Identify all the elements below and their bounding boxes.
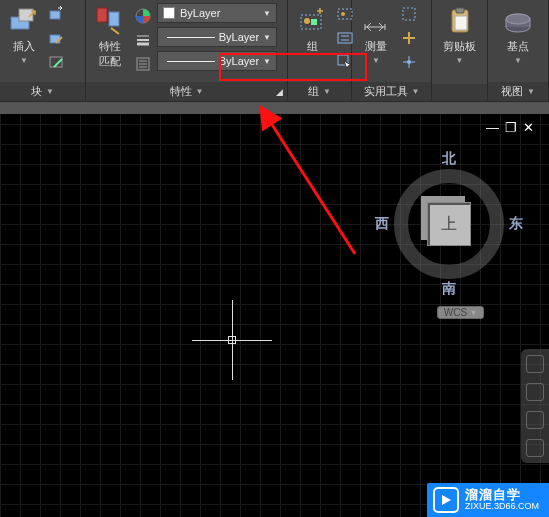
svg-rect-20: [455, 16, 467, 30]
watermark-title: 溜溜自学: [465, 488, 539, 502]
viewport-window-controls: — ❐ ✕: [486, 120, 534, 135]
select-button[interactable]: [398, 3, 420, 25]
play-icon: [433, 487, 459, 513]
list-icon[interactable]: [132, 53, 154, 75]
edit-block-button[interactable]: [46, 27, 68, 49]
insert-button[interactable]: 插入 ▼: [5, 3, 43, 67]
measure-icon: [360, 5, 392, 37]
view-cube[interactable]: 北 南 东 西 上: [379, 154, 519, 294]
crosshair-cursor: [232, 340, 233, 341]
compass-west[interactable]: 西: [375, 215, 389, 233]
chevron-down-icon: ▼: [412, 87, 420, 96]
document-tab-bar: [0, 102, 549, 114]
lineweight-preview: [167, 37, 215, 38]
edit-attr-button[interactable]: [46, 51, 68, 73]
base-icon: [502, 5, 534, 37]
insert-label: 插入: [13, 39, 35, 54]
chevron-down-icon: ▼: [470, 309, 477, 316]
panel-clipboard: 剪贴板 ▼: [432, 0, 488, 101]
chevron-down-icon: ▼: [263, 33, 271, 42]
compass-south[interactable]: 南: [442, 280, 456, 298]
quickcalc-button[interactable]: [398, 27, 420, 49]
lineweight-dropdown[interactable]: ByLayer ▼: [157, 27, 277, 47]
orbit-button[interactable]: [526, 439, 544, 457]
linetype-dropdown[interactable]: ByLayer ▼: [157, 51, 277, 71]
dialog-launcher-icon[interactable]: ◢: [276, 87, 283, 97]
svg-rect-14: [338, 33, 352, 43]
svg-point-13: [341, 12, 345, 16]
chevron-down-icon: ▼: [20, 56, 28, 65]
panel-properties: 特性 匹配 ByLayer ▼ ByLayer ▼: [86, 0, 288, 101]
svg-point-10: [304, 18, 310, 24]
color-dropdown[interactable]: ByLayer ▼: [157, 3, 277, 23]
match-props-label: 特性 匹配: [99, 39, 121, 69]
create-block-button[interactable]: [46, 3, 68, 25]
clipboard-button[interactable]: 剪贴板 ▼: [440, 3, 479, 67]
group-label: 组: [307, 39, 318, 54]
panel-block: 插入 ▼ 块▼: [0, 0, 86, 101]
chevron-down-icon: ▼: [527, 87, 535, 96]
svg-rect-16: [403, 8, 415, 20]
insert-icon: [8, 5, 40, 37]
clipboard-label: 剪贴板: [443, 39, 476, 54]
chevron-down-icon: ▼: [372, 56, 380, 65]
restore-button[interactable]: ❐: [505, 120, 517, 135]
svg-rect-11: [311, 19, 317, 25]
nav-wheel-button[interactable]: [526, 355, 544, 373]
panel-utilities: 测量 ▼ 实用工具▼: [352, 0, 432, 101]
base-button[interactable]: 基点 ▼: [499, 3, 537, 67]
chevron-down-icon: ▼: [263, 9, 271, 18]
compass-north[interactable]: 北: [442, 150, 456, 168]
svg-rect-2: [50, 11, 60, 19]
watermark-logo: 溜溜自学 ZIXUE.3D66.COM: [427, 483, 549, 517]
panel-title-view[interactable]: 视图▼: [488, 82, 548, 101]
minimize-button[interactable]: —: [486, 120, 499, 135]
chevron-down-icon: ▼: [46, 87, 54, 96]
panel-group: 组 组▼: [288, 0, 352, 101]
panel-title-utilities[interactable]: 实用工具▼: [352, 82, 431, 101]
match-properties-button[interactable]: 特性 匹配: [91, 3, 129, 71]
clipboard-icon: [444, 5, 476, 37]
chevron-down-icon: ▼: [456, 56, 464, 65]
panel-title-clipboard: [432, 84, 487, 101]
color-swatch: [163, 7, 175, 19]
navigation-bar: [521, 349, 549, 463]
panel-title-group[interactable]: 组▼: [288, 82, 351, 101]
point-button[interactable]: [398, 51, 420, 73]
drawing-canvas[interactable]: — ❐ ✕ 北 南 东 西 上 WCS ▼ 溜溜自学 ZIXUE.3D66.CO…: [0, 114, 549, 517]
group-icon: [296, 5, 328, 37]
svg-point-22: [506, 14, 530, 24]
svg-rect-19: [456, 8, 464, 13]
chevron-down-icon: ▼: [196, 87, 204, 96]
chevron-down-icon: ▼: [323, 87, 331, 96]
ribbon-toolbar: 插入 ▼ 块▼ 特性 匹配: [0, 0, 549, 102]
wcs-dropdown[interactable]: WCS ▼: [437, 306, 484, 319]
svg-rect-5: [97, 8, 107, 22]
measure-label: 测量: [365, 39, 387, 54]
panel-view: 基点 ▼ 视图▼: [488, 0, 549, 101]
measure-button[interactable]: 测量 ▼: [357, 3, 395, 67]
group-button[interactable]: 组: [293, 3, 331, 56]
chevron-down-icon: ▼: [514, 56, 522, 65]
panel-title-block[interactable]: 块▼: [0, 82, 85, 101]
pan-button[interactable]: [526, 383, 544, 401]
close-button[interactable]: ✕: [523, 120, 534, 135]
color-control-icon[interactable]: [132, 5, 154, 27]
chevron-down-icon: ▼: [263, 57, 271, 66]
match-properties-icon: [94, 5, 126, 37]
svg-point-17: [407, 60, 411, 64]
svg-rect-6: [109, 12, 119, 26]
viewcube-top-face[interactable]: 上: [427, 202, 471, 246]
zoom-button[interactable]: [526, 411, 544, 429]
base-label: 基点: [507, 39, 529, 54]
panel-title-properties[interactable]: 特性▼ ◢: [86, 82, 287, 101]
watermark-url: ZIXUE.3D66.COM: [465, 502, 539, 512]
linetype-preview: [167, 61, 215, 62]
compass-east[interactable]: 东: [509, 215, 523, 233]
lineweight-icon[interactable]: [132, 29, 154, 51]
